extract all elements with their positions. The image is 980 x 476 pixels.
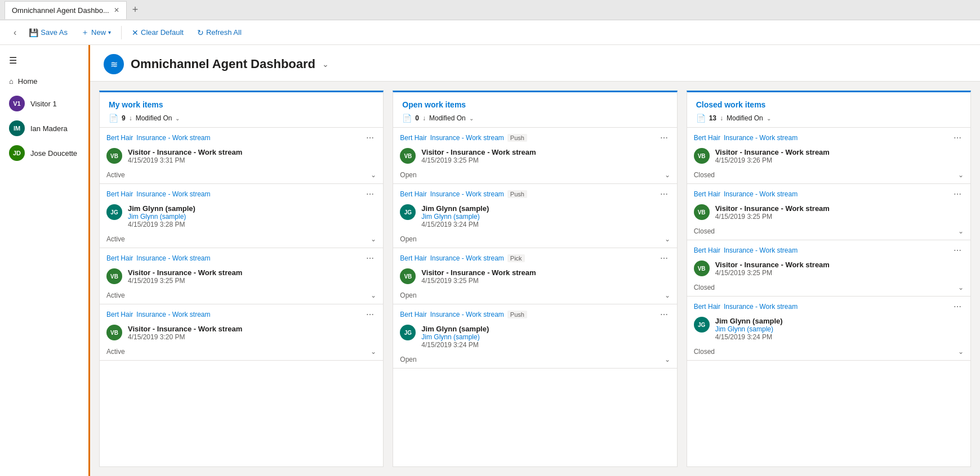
column-items-closed-work-items: Bert Hair Insurance - Work stream ⋯ VB V…	[687, 128, 970, 466]
work-item-title: Visitor - Insurance - Work stream	[715, 148, 964, 156]
column-count-closed-work-items: 13	[709, 114, 716, 122]
column-items-my-work-items: Bert Hair Insurance - Work stream ⋯ VB V…	[100, 128, 383, 466]
expand-icon[interactable]: ⌄	[665, 291, 670, 299]
more-options-icon[interactable]: ⋯	[364, 253, 376, 264]
tag-mode: Push	[507, 190, 527, 198]
work-item-closed-work-items-1[interactable]: Bert Hair Insurance - Work stream ⋯ VB V…	[687, 184, 970, 240]
column-closed-work-items: Closed work items 📄 13 ↓ Modified On ⌄ B…	[687, 91, 971, 467]
work-item-open-work-items-2[interactable]: Bert Hair Insurance - Work stream Pick ⋯…	[393, 248, 676, 304]
more-options-icon[interactable]: ⋯	[951, 132, 964, 143]
sidebar-user-jd[interactable]: JD Jose Doucette	[0, 141, 88, 165]
expand-icon[interactable]: ⌄	[958, 348, 964, 356]
expand-icon[interactable]: ⌄	[371, 291, 376, 299]
more-options-icon[interactable]: ⋯	[658, 188, 670, 200]
work-item-tags: Bert Hair Insurance - Work stream	[694, 246, 947, 254]
work-item-date: 4/15/2019 3:28 PM	[128, 221, 376, 228]
more-options-icon[interactable]: ⋯	[951, 245, 964, 256]
work-item-open-work-items-1[interactable]: Bert Hair Insurance - Work stream Push ⋯…	[393, 184, 676, 248]
sort-arrow-open-work-items[interactable]: ↓	[422, 114, 426, 122]
more-options-icon[interactable]: ⋯	[364, 132, 376, 143]
work-item-date: 4/15/2019 3:25 PM	[421, 156, 670, 164]
page-header: ≋ Omnichannel Agent Dashboard ⌄	[90, 45, 980, 82]
page-title-chevron[interactable]: ⌄	[322, 60, 329, 69]
work-item-info: Visitor - Insurance - Work stream 4/15/2…	[128, 268, 376, 285]
work-item-my-work-items-3[interactable]: Bert Hair Insurance - Work stream ⋯ VB V…	[100, 304, 383, 361]
new-dropdown-icon[interactable]: ▾	[108, 29, 111, 35]
new-button[interactable]: ＋ New ▾	[75, 24, 117, 41]
save-icon: 💾	[29, 28, 38, 37]
more-options-icon[interactable]: ⋯	[364, 188, 376, 200]
agent-name: Bert Hair	[694, 190, 720, 198]
expand-icon[interactable]: ⌄	[958, 171, 964, 179]
more-options-icon[interactable]: ⋯	[951, 188, 964, 200]
expand-icon[interactable]: ⌄	[665, 235, 670, 243]
work-item-body: VB Visitor - Insurance - Work stream 4/1…	[687, 258, 970, 281]
work-item-closed-work-items-0[interactable]: Bert Hair Insurance - Work stream ⋯ VB V…	[687, 128, 970, 184]
work-item-body: VB Visitor - Insurance - Work stream 4/1…	[393, 146, 676, 169]
more-options-icon[interactable]: ⋯	[364, 309, 376, 320]
work-item-header: Bert Hair Insurance - Work stream ⋯	[100, 248, 383, 266]
work-item-tags: Bert Hair Insurance - Work stream	[106, 311, 359, 318]
more-options-icon[interactable]: ⋯	[658, 253, 670, 264]
tab-close-icon[interactable]: ✕	[114, 6, 119, 14]
expand-icon[interactable]: ⌄	[665, 171, 670, 179]
work-item-status: Active	[106, 291, 125, 299]
work-item-open-work-items-3[interactable]: Bert Hair Insurance - Work stream Push ⋯…	[393, 304, 676, 369]
column-title-closed-work-items: Closed work items	[696, 100, 961, 109]
save-as-button[interactable]: 💾 Save As	[23, 25, 73, 41]
refresh-all-button[interactable]: ↻ Refresh All	[191, 25, 247, 41]
work-item-avatar: JG	[400, 204, 416, 220]
expand-icon[interactable]: ⌄	[665, 356, 670, 363]
work-item-my-work-items-1[interactable]: Bert Hair Insurance - Work stream ⋯ JG J…	[100, 184, 383, 248]
sidebar: ☰ ⌂ Home V1 Visitor 1 IM Ian Madera JD J…	[0, 45, 90, 476]
expand-icon[interactable]: ⌄	[371, 235, 376, 243]
back-button[interactable]: ‹	[9, 24, 21, 41]
column-count-open-work-items: 0	[415, 114, 419, 122]
sort-arrow-closed-work-items[interactable]: ↓	[720, 114, 723, 122]
add-tab-button[interactable]: +	[128, 2, 143, 18]
tab-label: Omnichannel Agent Dashbo...	[12, 6, 109, 15]
column-title-open-work-items: Open work items	[402, 100, 667, 109]
agent-name: Bert Hair	[400, 134, 426, 142]
active-tab[interactable]: Omnichannel Agent Dashbo... ✕	[5, 1, 127, 19]
sort-chevron-my-work-items[interactable]: ⌄	[175, 115, 180, 122]
agent-name: Bert Hair	[400, 190, 426, 198]
sort-chevron-closed-work-items[interactable]: ⌄	[767, 115, 771, 122]
sort-chevron-open-work-items[interactable]: ⌄	[469, 115, 474, 122]
more-options-icon[interactable]: ⋯	[658, 309, 670, 320]
work-item-title: Visitor - Insurance - Work stream	[715, 261, 964, 269]
more-options-icon[interactable]: ⋯	[951, 301, 964, 312]
more-options-icon[interactable]: ⋯	[658, 132, 670, 143]
doc-icon-closed-work-items: 📄	[696, 114, 706, 123]
sidebar-menu-button[interactable]: ☰	[0, 50, 88, 71]
work-item-body: VB Visitor - Insurance - Work stream 4/1…	[100, 146, 383, 169]
sidebar-item-home[interactable]: ⌂ Home	[0, 71, 88, 91]
clear-default-button[interactable]: ✕ Clear Default	[126, 25, 189, 41]
sidebar-user-v1[interactable]: V1 Visitor 1	[0, 91, 88, 116]
work-item-closed-work-items-3[interactable]: Bert Hair Insurance - Work stream ⋯ JG J…	[687, 297, 970, 361]
work-item-avatar: JG	[106, 204, 122, 220]
sort-arrow-my-work-items[interactable]: ↓	[129, 114, 132, 122]
avatar-v1: V1	[9, 96, 25, 111]
tag-mode: Push	[507, 311, 527, 318]
expand-icon[interactable]: ⌄	[371, 171, 376, 179]
work-item-my-work-items-0[interactable]: Bert Hair Insurance - Work stream ⋯ VB V…	[100, 128, 383, 184]
work-item-status: Open	[400, 356, 416, 363]
expand-icon[interactable]: ⌄	[958, 284, 964, 291]
work-item-my-work-items-2[interactable]: Bert Hair Insurance - Work stream ⋯ VB V…	[100, 248, 383, 304]
work-item-footer: Open ⌄	[393, 289, 676, 304]
expand-icon[interactable]: ⌄	[958, 227, 964, 235]
work-item-tags: Bert Hair Insurance - Work stream	[106, 190, 359, 198]
work-item-footer: Closed ⌄	[687, 225, 970, 240]
work-item-date: 4/15/2019 3:20 PM	[128, 333, 376, 341]
work-item-tags: Bert Hair Insurance - Work stream	[694, 190, 947, 198]
work-item-open-work-items-0[interactable]: Bert Hair Insurance - Work stream Push ⋯…	[393, 128, 676, 184]
work-item-closed-work-items-2[interactable]: Bert Hair Insurance - Work stream ⋯ VB V…	[687, 240, 970, 297]
sidebar-user-im[interactable]: IM Ian Madera	[0, 116, 88, 141]
toolbar: ‹ 💾 Save As ＋ New ▾ ✕ Clear Default ↻ Re…	[0, 20, 980, 45]
work-item-footer: Active ⌄	[100, 289, 383, 304]
work-item-title: Visitor - Insurance - Work stream	[128, 325, 376, 333]
expand-icon[interactable]: ⌄	[371, 348, 376, 356]
work-item-footer: Open ⌄	[393, 169, 676, 183]
work-item-footer: Active ⌄	[100, 169, 383, 183]
